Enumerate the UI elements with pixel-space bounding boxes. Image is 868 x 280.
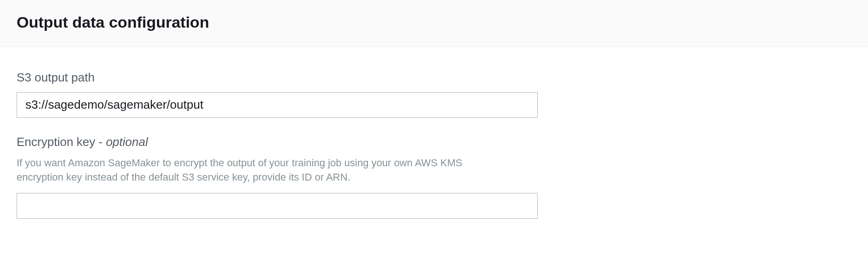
encryption-key-input[interactable] — [17, 193, 538, 219]
section-body: S3 output path Encryption key - optional… — [0, 47, 868, 263]
encryption-key-description: If you want Amazon SageMaker to encrypt … — [17, 156, 501, 185]
encryption-key-label: Encryption key - optional — [17, 134, 538, 150]
s3-output-label: S3 output path — [17, 70, 538, 86]
section-header: Output data configuration — [0, 0, 868, 47]
section-title: Output data configuration — [17, 13, 851, 32]
encryption-key-label-separator: - — [95, 135, 106, 149]
encryption-key-label-main: Encryption key — [17, 135, 95, 149]
s3-output-group: S3 output path — [17, 70, 538, 118]
s3-output-input[interactable] — [17, 92, 538, 118]
encryption-key-group: Encryption key - optional If you want Am… — [17, 134, 538, 219]
encryption-key-label-optional: optional — [106, 135, 148, 149]
